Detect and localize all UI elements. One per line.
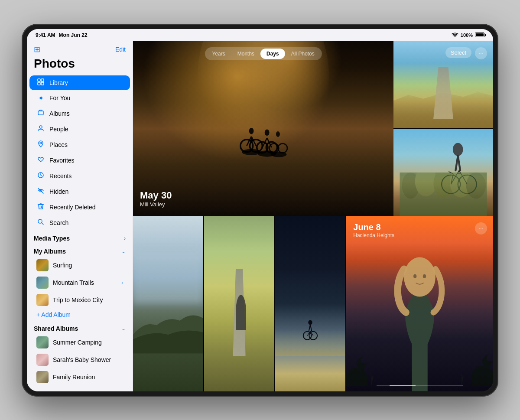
portrait-photo-panel: June 8 Hacienda Heights ··· [346, 216, 493, 391]
add-album-button[interactable]: + Add Album [29, 309, 130, 320]
media-types-section: Media Types › [27, 231, 133, 244]
shared-albums-section: Shared Albums ⌄ [27, 321, 133, 334]
bottom-right-photo-cyclist [393, 129, 493, 216]
hidden-label: Hidden [49, 188, 68, 195]
main-photo-panel: May 30 Mill Valley Years Months Days All… [133, 41, 393, 216]
sidebar-item-people[interactable]: People [29, 122, 130, 137]
recently-deleted-label: Recently Deleted [49, 204, 96, 211]
more-options-button-top[interactable]: ··· [475, 47, 487, 59]
family-reunion-thumb [36, 371, 49, 383]
for-you-label: For You [49, 94, 70, 101]
hidden-icon [36, 187, 45, 196]
people-icon [36, 125, 45, 133]
status-right: 100% [452, 33, 484, 38]
photo-grid-top: May 30 Mill Valley Years Months Days All… [133, 41, 493, 216]
for-you-icon: ✦ [36, 94, 45, 102]
road-group-photo [204, 216, 274, 391]
add-album-label: + Add Album [36, 311, 71, 318]
summer-camping-label: Summer Camping [53, 339, 102, 346]
edit-button[interactable]: Edit [115, 46, 126, 53]
cyclist-portrait-photo [393, 129, 493, 216]
app-title: Photos [27, 56, 133, 75]
select-button[interactable]: Select [445, 47, 471, 58]
sarahs-baby-label: Sarah's Baby Shower [53, 356, 111, 363]
sidebar-item-recents[interactable]: Recents [29, 169, 130, 183]
bottom-small-photos [133, 216, 345, 391]
ipad-frame: 9:41 AM Mon Jun 22 100% [22, 24, 498, 397]
places-label: Places [49, 141, 68, 148]
main-content: May 30 Mill Valley Years Months Days All… [133, 41, 493, 391]
scroll-thumb [390, 385, 416, 386]
view-tabs: Years Months Days All Photos [205, 47, 322, 60]
library-icon [36, 78, 45, 87]
family-reunion-label: Family Reunion [53, 374, 95, 381]
sidebar-item-places[interactable]: Places [29, 137, 130, 152]
sidebar-item-albums[interactable]: Albums [29, 106, 130, 121]
right-panel: Select ··· [393, 41, 493, 216]
mountain-trails-thumb [36, 277, 49, 289]
app-content: ⊞ Edit Photos Library [27, 41, 493, 391]
trash-icon [36, 203, 45, 212]
more-options-button-portrait[interactable]: ··· [475, 222, 487, 234]
album-item-surfing[interactable]: Surfing [29, 257, 130, 273]
tab-years[interactable]: Years [206, 49, 231, 59]
battery-percent: 100% [461, 33, 473, 38]
surfing-label: Surfing [53, 262, 72, 269]
main-forest-photo: May 30 Mill Valley Years Months Days All… [133, 41, 393, 216]
woman-portrait-photo: June 8 Hacienda Heights ··· [346, 216, 493, 391]
places-icon [36, 140, 45, 149]
search-label: Search [49, 219, 68, 226]
albums-label: Albums [49, 110, 70, 117]
albums-icon [36, 109, 45, 118]
shared-albums-chevron[interactable]: ⌄ [121, 326, 126, 332]
main-photo-location: Mill Valley [140, 201, 172, 208]
library-label: Library [49, 79, 68, 86]
sarahs-baby-thumb [36, 354, 49, 366]
mountain-trails-chevron: › [121, 280, 123, 285]
main-photo-date: May 30 [140, 190, 172, 201]
recents-label: Recents [49, 173, 72, 179]
wifi-icon [452, 33, 458, 38]
portrait-date-info: June 8 Hacienda Heights [353, 222, 394, 238]
portrait-location: Hacienda Heights [353, 232, 394, 238]
svg-line-14 [42, 223, 43, 225]
my-albums-chevron[interactable]: ⌄ [121, 248, 126, 254]
album-item-trip-mexico[interactable]: Trip to Mexico City [29, 292, 130, 308]
photo-date-info: May 30 Mill Valley [140, 190, 172, 208]
foggy-mountain-photo [133, 216, 203, 391]
svg-rect-0 [38, 79, 40, 81]
album-item-sarahs-baby[interactable]: Sarah's Baby Shower [29, 352, 130, 368]
surfing-thumb [36, 259, 49, 271]
tab-all-photos[interactable]: All Photos [285, 49, 321, 59]
svg-rect-1 [41, 79, 44, 81]
svg-rect-2 [38, 82, 40, 85]
my-albums-section: My Albums ⌄ [27, 244, 133, 257]
battery-icon [475, 33, 484, 37]
status-date: Mon Jun 22 [59, 32, 88, 38]
tab-months[interactable]: Months [231, 49, 260, 59]
sidebar-item-library[interactable]: Library [29, 75, 130, 90]
portrait-date: June 8 [353, 222, 394, 232]
media-types-chevron[interactable]: › [124, 235, 126, 241]
sidebar-item-recently-deleted[interactable]: Recently Deleted [29, 200, 130, 215]
sidebar-item-search[interactable]: Search [29, 215, 130, 230]
svg-rect-4 [38, 111, 43, 115]
album-item-family-reunion[interactable]: Family Reunion [29, 369, 130, 385]
tab-days[interactable]: Days [260, 49, 285, 59]
svg-rect-3 [41, 82, 44, 85]
search-icon [36, 218, 45, 227]
scroll-indicator [377, 385, 463, 386]
sidebar-header: ⊞ Edit [27, 41, 133, 56]
sidebar-item-hidden[interactable]: Hidden [29, 184, 130, 199]
sidebar-item-favorites[interactable]: Favorites [29, 153, 130, 168]
recents-icon [36, 172, 45, 180]
sidebar: ⊞ Edit Photos Library [27, 41, 133, 391]
sidebar-item-for-you[interactable]: ✦ For You [29, 91, 130, 105]
shared-albums-label: Shared Albums [34, 325, 78, 332]
sidebar-toggle-icon[interactable]: ⊞ [34, 45, 40, 54]
album-item-summer-camping[interactable]: Summer Camping [29, 334, 130, 351]
svg-point-5 [39, 126, 42, 128]
album-item-mountain-trails[interactable]: Mountain Trails › [29, 274, 130, 291]
media-types-label: Media Types [34, 235, 70, 242]
trip-mexico-label: Trip to Mexico City [53, 296, 103, 303]
